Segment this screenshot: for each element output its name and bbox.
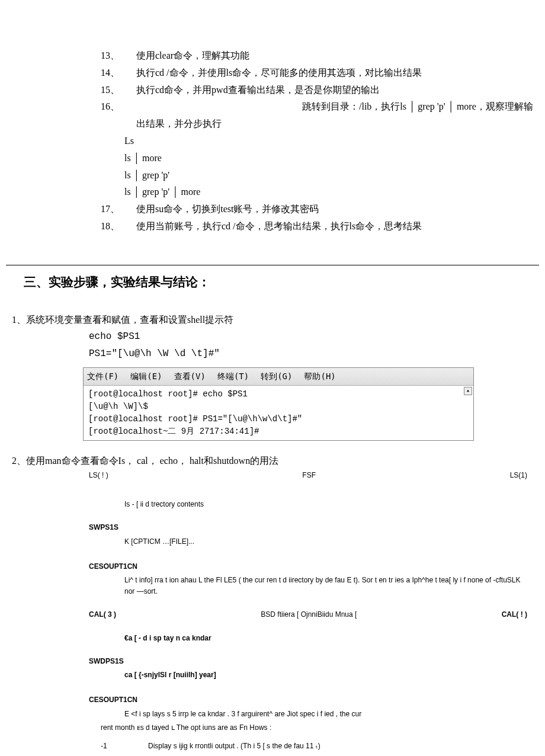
step-1-code2: PS1="[\u@\h \W \d \t]#" xyxy=(89,345,539,363)
man-ls-name: Is - [ ii d trectory contents xyxy=(124,499,527,510)
man-header-center: FSF xyxy=(302,470,316,481)
divider xyxy=(6,265,539,265)
man-header-left: CAL( 3 ) xyxy=(89,609,116,620)
task-text: 使用clear命令，理解其功能 xyxy=(136,47,539,65)
man-cal-name: €a [ - d i sp tay n ca kndar xyxy=(124,633,527,644)
man-ls-synopsis-label: SWPS1S xyxy=(89,522,527,533)
task-15: 15、 执行cd命令，并用pwd查看输出结果，是否是你期望的输出 xyxy=(101,82,539,99)
man-cal-desc-1: E <f i sp lays s 5 irrp le ca kndar . 3 … xyxy=(124,709,527,720)
task-16-sub2: ls │ more xyxy=(124,150,539,167)
menu-edit[interactable]: 编辑(E) xyxy=(130,369,162,384)
terminal-window: 文件(F) 编辑(E) 查看(V) 终端(T) 转到(G) 帮助(H) ▴ [r… xyxy=(83,367,474,441)
man-ls-desc: Li^ t info] rra t ion ahau L the Fl LE5 … xyxy=(124,575,527,597)
menu-file[interactable]: 文件(F) xyxy=(87,369,118,384)
task-num: 14、 xyxy=(101,65,136,82)
menu-terminal[interactable]: 终端(T) xyxy=(217,369,249,384)
man-header-left: LS( ! ) xyxy=(89,470,108,481)
man-cal-synopsis: ca [ {-snjylSl r [nuiilh] year] xyxy=(124,669,527,681)
man-cal-option: -1 Display s ijig k rrontli output . (Th… xyxy=(101,741,527,752)
man-cal-synopsis-label: SWDPS1S xyxy=(89,656,527,667)
scroll-up-icon[interactable]: ▴ xyxy=(464,387,472,395)
task-14: 14、 执行cd /命令，并使用ls命令，尽可能多的使用其选项，对比输出结果 xyxy=(101,65,539,82)
man-header-right: CAL( ! ) xyxy=(502,609,527,620)
task-num: 16、 xyxy=(101,98,136,133)
task-18: 18、 使用当前账号，执行cd /命令，思考输出结果，执行ls命令，思考结果 xyxy=(101,218,539,235)
term-line: [root@localhost root]# PS1="[\u@\h\w\d\t… xyxy=(88,413,469,425)
menu-help[interactable]: 帮助(H) xyxy=(304,369,335,384)
task-num: 15、 xyxy=(101,82,136,99)
task-num: 17、 xyxy=(101,201,136,218)
man-ls-synopsis: K [CPTICM …[FILE]... xyxy=(124,536,527,547)
term-line: [root@localhost~二 9月 2717:34:41]# xyxy=(88,425,469,438)
task-13: 13、 使用clear命令，理解其功能 xyxy=(101,47,539,65)
term-line: [\u@\h \W]\$ xyxy=(88,401,469,413)
task-16-sub1: Ls xyxy=(124,133,539,150)
opt-text: Display s ijig k rrontli output . (Th i … xyxy=(148,741,320,752)
step-2-title: 2、使用man命令查看命令Is， cal， echo， halt和shutdow… xyxy=(12,453,539,470)
man-cal-desc-2: rent month ᴇs d tayed ʟ The opt iuns are… xyxy=(101,722,527,733)
task-text: 执行cd /命令，并使用ls命令，尽可能多的使用其选项，对比输出结果 xyxy=(136,65,539,82)
man-header-right: LS(1) xyxy=(510,470,527,481)
task-text: 跳转到目录：/lib，执行ls │ grep 'p' │ more，观察理解输出… xyxy=(136,98,539,133)
man-cal-desc-label: CESOUPT1CN xyxy=(89,694,527,706)
task-text: 使用su命令，切换到test账号，并修改其密码 xyxy=(136,201,539,218)
term-line: [root@localhost root]# echo $PS1 xyxy=(88,388,469,401)
document-body: 13、 使用clear命令，理解其功能 14、 执行cd /命令，并使用ls命令… xyxy=(0,47,545,752)
man-ls-header: LS( ! ) FSF LS(1) xyxy=(89,470,527,481)
task-17: 17、 使用su命令，切换到test账号，并修改其密码 xyxy=(101,201,539,218)
task-16-sub3: ls │ grep 'p' xyxy=(124,167,539,184)
terminal-menubar: 文件(F) 编辑(E) 查看(V) 终端(T) 转到(G) 帮助(H) xyxy=(84,368,473,386)
task-16: 16、 跳转到目录：/lib，执行ls │ grep 'p' │ more，观察… xyxy=(101,98,539,133)
step-1-title: 1、系统环境变量查看和赋值，查看和设置shell提示符 xyxy=(12,312,539,329)
task-16-sub4: ls │ grep 'p' │ more xyxy=(124,184,539,201)
step-1-code1: echo $PS1 xyxy=(89,328,539,345)
man-header-center: BSD ftiiera [ OjnniBiidu Mnua [ xyxy=(261,609,357,620)
menu-go[interactable]: 转到(G) xyxy=(261,369,292,384)
section-3-title: 三、实验步骤，实验结果与结论： xyxy=(24,271,539,294)
opt-flag: -1 xyxy=(101,741,148,752)
task-num: 13、 xyxy=(101,47,136,65)
task-text: 使用当前账号，执行cd /命令，思考输出结果，执行ls命令，思考结果 xyxy=(136,218,539,235)
task-num: 18、 xyxy=(101,218,136,235)
man-ls-desc-label: CESOUPT1CN xyxy=(89,561,527,572)
task-16-right: 跳转到目录：/lib，执行ls │ grep 'p' │ more，观察理解输出… xyxy=(136,101,533,129)
terminal-body[interactable]: ▴ [root@localhost root]# echo $PS1 [\u@\… xyxy=(84,386,473,440)
task-text: 执行cd命令，并用pwd查看输出结果，是否是你期望的输出 xyxy=(136,82,539,99)
man-ls: LS( ! ) FSF LS(1) Is - [ ii d trectory c… xyxy=(89,470,527,752)
man-cal-header: CAL( 3 ) BSD ftiiera [ OjnniBiidu Mnua [… xyxy=(89,609,527,620)
menu-view[interactable]: 查看(V) xyxy=(174,369,206,384)
